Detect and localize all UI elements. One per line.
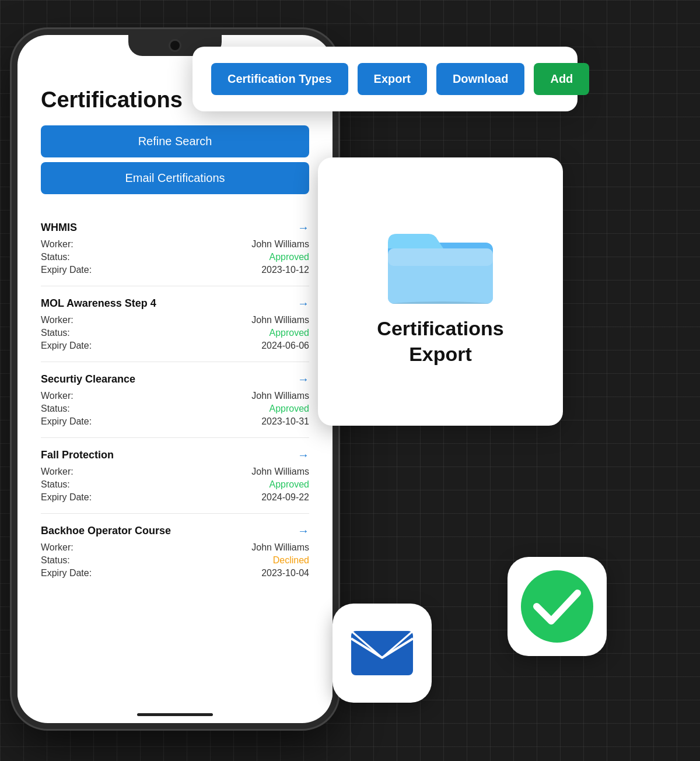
status-value: Approved (270, 328, 310, 338)
email-certifications-button[interactable]: Email Certifications (41, 162, 309, 194)
svg-point-7 (521, 570, 593, 643)
certification-item[interactable]: Fall Protection → Worker: John Williams … (41, 438, 309, 514)
cert-name: Backhoe Operator Course (41, 525, 171, 537)
add-button[interactable]: Add (534, 63, 589, 95)
cert-arrow-icon: → (298, 297, 309, 310)
export-card-label: Certifications Export (377, 315, 503, 367)
cert-arrow-icon: → (298, 373, 309, 386)
phone-home-indicator (137, 713, 213, 716)
cert-name: Fall Protection (41, 449, 114, 461)
worker-label: Worker: (41, 542, 74, 553)
cert-name: MOL Awareness Step 4 (41, 297, 156, 310)
svg-rect-4 (351, 631, 413, 675)
certification-item[interactable]: Backhoe Operator Course → Worker: John W… (41, 514, 309, 589)
certification-list: WHMIS → Worker: John Williams Status: Ap… (41, 211, 309, 589)
phone-device: Certifications Refine Search Email Certi… (18, 35, 332, 723)
worker-label: Worker: (41, 391, 74, 401)
svg-rect-2 (388, 248, 493, 266)
expiry-label: Expiry Date: (41, 341, 92, 351)
status-label: Status: (41, 555, 70, 566)
worker-label: Worker: (41, 239, 74, 250)
expiry-value: 2023-10-31 (261, 416, 309, 427)
status-value: Approved (270, 479, 310, 490)
worker-value: John Williams (251, 542, 309, 553)
status-label: Status: (41, 479, 70, 490)
status-value: Approved (270, 252, 310, 262)
worker-value: John Williams (251, 467, 309, 477)
worker-value: John Williams (251, 239, 309, 250)
certification-item[interactable]: MOL Awareness Step 4 → Worker: John Will… (41, 286, 309, 362)
export-label-line1: Certifications (377, 317, 503, 339)
expiry-value: 2024-06-06 (261, 341, 309, 351)
export-button[interactable]: Export (358, 63, 427, 95)
status-value: Approved (270, 404, 310, 414)
expiry-label: Expiry Date: (41, 265, 92, 275)
action-buttons: Refine Search Email Certifications (41, 125, 309, 194)
checkmark-icon (519, 569, 595, 644)
cert-name: Securtiy Clearance (41, 373, 135, 385)
cert-arrow-icon: → (298, 221, 309, 234)
expiry-value: 2023-10-12 (261, 265, 309, 275)
cert-arrow-icon: → (298, 448, 309, 462)
export-card: Certifications Export (318, 157, 563, 426)
worker-value: John Williams (251, 315, 309, 325)
certification-item[interactable]: WHMIS → Worker: John Williams Status: Ap… (41, 211, 309, 286)
expiry-value: 2023-10-04 (261, 568, 309, 578)
toolbar-card: Certification Types Export Download Add (192, 47, 578, 111)
status-value: Declined (273, 555, 309, 566)
checkmark-card (508, 557, 607, 656)
folder-icon (382, 216, 499, 304)
worker-label: Worker: (41, 467, 74, 477)
cert-name: WHMIS (41, 222, 77, 234)
export-label-line2: Export (409, 343, 472, 365)
email-icon (350, 630, 414, 676)
status-label: Status: (41, 328, 70, 338)
expiry-label: Expiry Date: (41, 492, 92, 503)
status-label: Status: (41, 252, 70, 262)
expiry-label: Expiry Date: (41, 568, 92, 578)
refine-search-button[interactable]: Refine Search (41, 125, 309, 157)
cert-arrow-icon: → (298, 524, 309, 538)
expiry-label: Expiry Date: (41, 416, 92, 427)
email-card (332, 604, 432, 703)
download-button[interactable]: Download (436, 63, 525, 95)
worker-value: John Williams (251, 391, 309, 401)
phone-screen: Certifications Refine Search Email Certi… (18, 64, 332, 700)
certification-types-button[interactable]: Certification Types (211, 63, 348, 95)
worker-label: Worker: (41, 315, 74, 325)
status-label: Status: (41, 404, 70, 414)
certification-item[interactable]: Securtiy Clearance → Worker: John Willia… (41, 362, 309, 438)
expiry-value: 2024-09-22 (261, 492, 309, 503)
